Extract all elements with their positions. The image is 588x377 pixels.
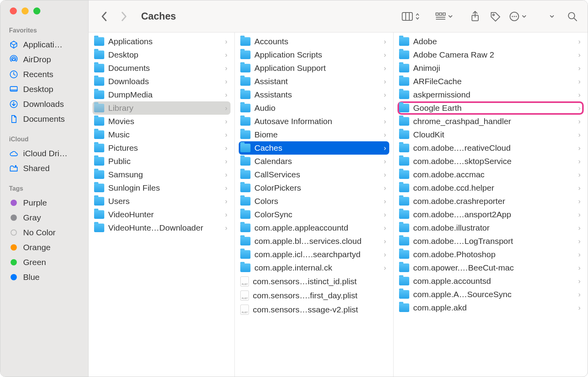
sidebar-item[interactable]: iCloud Dri… <box>0 146 88 161</box>
folder-row[interactable]: com.apple.A…SourceSync› <box>397 288 584 301</box>
folder-row[interactable]: com.adobe.illustrator› <box>397 221 584 234</box>
folder-row[interactable]: Users› <box>93 195 230 208</box>
folder-row[interactable]: Pictures› <box>93 141 230 155</box>
close-button[interactable] <box>10 7 17 14</box>
sidebar-item[interactable]: Downloads <box>0 97 88 112</box>
chevron-right-icon: › <box>225 211 227 219</box>
folder-row[interactable]: com.apple.akd› <box>397 301 584 314</box>
folder-row[interactable]: Accounts› <box>239 35 389 48</box>
folder-row[interactable]: com.adobe.crashreporter› <box>397 195 584 208</box>
svg-point-18 <box>514 16 515 17</box>
folder-row[interactable]: VideoHunte…Downloader› <box>93 221 230 234</box>
sidebar-item[interactable]: Recents <box>0 67 88 82</box>
row-label: Assistants <box>254 90 380 99</box>
sidebar-item[interactable]: No Color <box>0 225 88 240</box>
folder-row[interactable]: VideoHunter› <box>93 208 230 221</box>
folder-row[interactable]: com.adobe.…reativeCloud› <box>397 141 584 155</box>
file-row[interactable]: com.sensors…ssage-v2.plist <box>239 303 389 317</box>
chevron-right-icon: › <box>225 78 227 86</box>
folder-row[interactable]: com.adobe.…ansport2App› <box>397 208 584 221</box>
sidebar-item[interactable]: Shared <box>0 161 88 176</box>
row-label: Animoji <box>413 63 574 73</box>
folder-row[interactable]: Audio› <box>239 101 389 115</box>
folder-row[interactable]: Caches› <box>239 141 389 155</box>
minimize-button[interactable] <box>22 7 29 14</box>
folder-row[interactable]: ColorPickers› <box>239 181 389 195</box>
folder-row[interactable]: com.apple.icl….searchpartyd› <box>239 248 389 261</box>
share-button[interactable] <box>468 10 482 23</box>
file-row[interactable]: com.sensors…istinct_id.plist <box>239 274 389 289</box>
sidebar-item[interactable]: Blue <box>0 270 88 285</box>
back-button[interactable] <box>97 10 111 23</box>
sidebar-item[interactable]: Gray <box>0 210 88 225</box>
folder-row[interactable]: ColorSync› <box>239 208 389 221</box>
folder-row[interactable]: CallServices› <box>239 168 389 181</box>
folder-row[interactable]: com.adobe.ccd.helper› <box>397 181 584 195</box>
folder-row[interactable]: Movies› <box>93 115 230 128</box>
folder-row[interactable]: com.adobe.…sktopService› <box>397 155 584 168</box>
folder-row[interactable]: Biome› <box>239 128 389 141</box>
folder-icon <box>94 51 104 59</box>
folder-row[interactable]: Application Scripts› <box>239 48 389 61</box>
chevron-right-icon: › <box>578 251 581 259</box>
column-2[interactable]: Accounts›Application Scripts›Application… <box>235 32 394 377</box>
action-menu-button[interactable] <box>509 11 526 22</box>
folder-row[interactable]: Desktop› <box>93 48 230 61</box>
folder-row[interactable]: Public› <box>93 155 230 168</box>
sidebar-item[interactable]: Green <box>0 255 88 270</box>
folder-row[interactable]: askpermissiond› <box>397 88 584 101</box>
folder-row[interactable]: Music› <box>93 128 230 141</box>
sidebar-item-label: Shared <box>23 164 50 173</box>
folder-row[interactable]: Assistant› <box>239 75 389 88</box>
overflow-button[interactable] <box>545 10 559 23</box>
chevron-right-icon: › <box>384 251 386 259</box>
forward-button[interactable] <box>118 10 131 23</box>
folder-row[interactable]: Library› <box>93 101 230 115</box>
folder-row[interactable]: Samsung› <box>93 168 230 181</box>
folder-row[interactable]: Sunlogin Files› <box>93 181 230 195</box>
folder-row[interactable]: CloudKit› <box>397 128 584 141</box>
group-by-button[interactable] <box>436 12 453 21</box>
maximize-button[interactable] <box>33 7 40 14</box>
row-label: com.adobe.Photoshop <box>413 250 574 259</box>
folder-row[interactable]: Assistants› <box>239 88 389 101</box>
folder-row[interactable]: com.apple.internal.ck› <box>239 261 389 274</box>
folder-row[interactable]: chrome_crashpad_handler› <box>397 115 584 128</box>
row-label: com.sensors…istinct_id.plist <box>253 277 386 286</box>
folder-row[interactable]: com.apple.appleaccountd› <box>239 221 389 234</box>
folder-row[interactable]: com.adobe.…LogTransport› <box>397 234 584 248</box>
sidebar-item[interactable]: Orange <box>0 240 88 255</box>
folder-row[interactable]: Adobe Camera Raw 2› <box>397 48 584 61</box>
folder-row[interactable]: com.apple.accountsd› <box>397 274 584 288</box>
folder-icon <box>240 224 250 232</box>
sidebar-item[interactable]: Applicati… <box>0 37 88 52</box>
folder-row[interactable]: Google Earth› <box>397 101 584 115</box>
row-label: Adobe Camera Raw 2 <box>413 50 574 60</box>
folder-row[interactable]: com.apple.bl…services.cloud› <box>239 234 389 248</box>
sidebar-item[interactable]: Purple <box>0 195 88 210</box>
tags-button[interactable] <box>489 10 502 23</box>
folder-row[interactable]: Application Support› <box>239 61 389 75</box>
sidebar-item[interactable]: AirDrop <box>0 52 88 67</box>
folder-row[interactable]: com.adobe.Photoshop› <box>397 248 584 261</box>
folder-row[interactable]: com.adobe.accmac› <box>397 168 584 181</box>
folder-row[interactable]: Autosave Information› <box>239 115 389 128</box>
folder-row[interactable]: Animoji› <box>397 61 584 75</box>
folder-row[interactable]: Adobe› <box>397 35 584 48</box>
sidebar-item[interactable]: Desktop <box>0 82 88 97</box>
column-1[interactable]: Applications›Desktop›Documents›Downloads… <box>89 32 235 377</box>
folder-row[interactable]: DumpMedia› <box>93 88 230 101</box>
folder-row[interactable]: com.apower.…BeeCut-mac› <box>397 261 584 274</box>
folder-row[interactable]: Documents› <box>93 61 230 75</box>
file-row[interactable]: com.sensors….first_day.plist <box>239 289 389 303</box>
folder-icon <box>94 224 104 232</box>
folder-row[interactable]: ARFileCache› <box>397 75 584 88</box>
search-button[interactable] <box>566 10 579 23</box>
folder-row[interactable]: Colors› <box>239 195 389 208</box>
folder-row[interactable]: Downloads› <box>93 75 230 88</box>
sidebar-item[interactable]: Documents <box>0 112 88 126</box>
view-mode-group[interactable] <box>402 12 420 21</box>
column-3[interactable]: Adobe›Adobe Camera Raw 2›Animoji›ARFileC… <box>394 32 588 377</box>
folder-row[interactable]: Calendars› <box>239 155 389 168</box>
folder-row[interactable]: Applications› <box>93 35 230 48</box>
